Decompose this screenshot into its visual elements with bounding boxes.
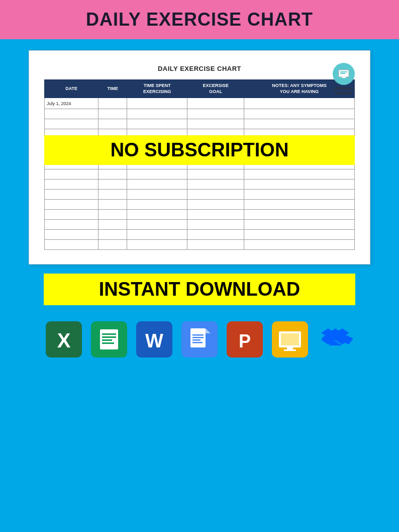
logo-area: AllBusiness Templates [333, 63, 355, 95]
svg-rect-26 [281, 333, 299, 345]
dropbox-icon[interactable] [317, 321, 353, 358]
google-sheets-icon[interactable] [91, 321, 127, 358]
cell-time [98, 98, 127, 109]
table-row [45, 240, 355, 250]
col-time-spent: TIME SPENTEXERCISING [127, 80, 187, 98]
excel-svg: X [46, 321, 82, 358]
table-row [45, 180, 355, 190]
instant-download-banner[interactable]: INSTANT DOWNLOAD [44, 274, 355, 305]
logo-circle [333, 63, 355, 85]
document-card: DAILY EXERCISE CHART AllBusiness Templat… [29, 50, 370, 264]
powerpoint-icon[interactable]: P [227, 321, 263, 358]
top-bar: DAILY EXERCISE CHART [0, 0, 399, 39]
svg-text:P: P [239, 331, 251, 351]
table-row [45, 119, 355, 129]
svg-rect-4 [343, 76, 345, 77]
svg-rect-18 [192, 334, 204, 336]
no-subscription-banner: NO SUBSCRIPTION [44, 135, 355, 165]
google-docs-icon[interactable] [181, 321, 218, 358]
word-svg: W [136, 321, 172, 358]
cell-date: July 1, 2024 [45, 98, 98, 109]
col-time: TIME [98, 80, 127, 98]
ppt-svg: P [227, 321, 263, 358]
svg-text:W: W [145, 330, 163, 351]
col-date: DATE [45, 80, 98, 98]
doc-header: DAILY EXERCISE CHART AllBusiness Templat… [44, 63, 355, 72]
table-row [45, 200, 355, 210]
docs-svg [181, 321, 218, 358]
svg-rect-2 [340, 73, 345, 74]
logo-icon [337, 67, 351, 81]
table-row [45, 220, 355, 230]
svg-rect-9 [102, 333, 116, 335]
svg-rect-19 [192, 337, 204, 338]
table-row [45, 190, 355, 200]
cell-notes [244, 98, 355, 109]
page-title: DAILY EXERCISE CHART [0, 9, 399, 30]
doc-title: DAILY EXERCISE CHART [44, 63, 355, 72]
slides-svg [272, 321, 308, 358]
col-goal: EXCERSISEGOAL [187, 80, 244, 98]
svg-rect-10 [102, 336, 116, 338]
table-row [45, 230, 355, 240]
svg-rect-20 [192, 339, 201, 341]
word-icon[interactable]: W [136, 321, 172, 358]
svg-rect-21 [192, 342, 203, 343]
logo-text: AllBusiness Templates [333, 86, 355, 95]
table-row [45, 210, 355, 220]
svg-text:X: X [57, 329, 71, 351]
google-slides-icon[interactable] [272, 321, 308, 358]
sheets-svg [91, 321, 127, 358]
excel-icon[interactable]: X [46, 321, 82, 358]
svg-rect-27 [287, 347, 293, 349]
table-row [45, 109, 355, 119]
svg-rect-28 [284, 349, 296, 351]
table-row [45, 169, 355, 180]
svg-rect-12 [102, 342, 114, 344]
cell-goal [187, 98, 244, 109]
dropbox-svg [317, 321, 353, 358]
svg-rect-1 [340, 71, 347, 72]
svg-rect-11 [102, 339, 112, 341]
app-icons-row: X W [46, 321, 353, 358]
cell-time-spent [127, 98, 187, 109]
svg-rect-3 [342, 77, 346, 78]
table-row: July 1, 2024 [45, 98, 355, 109]
